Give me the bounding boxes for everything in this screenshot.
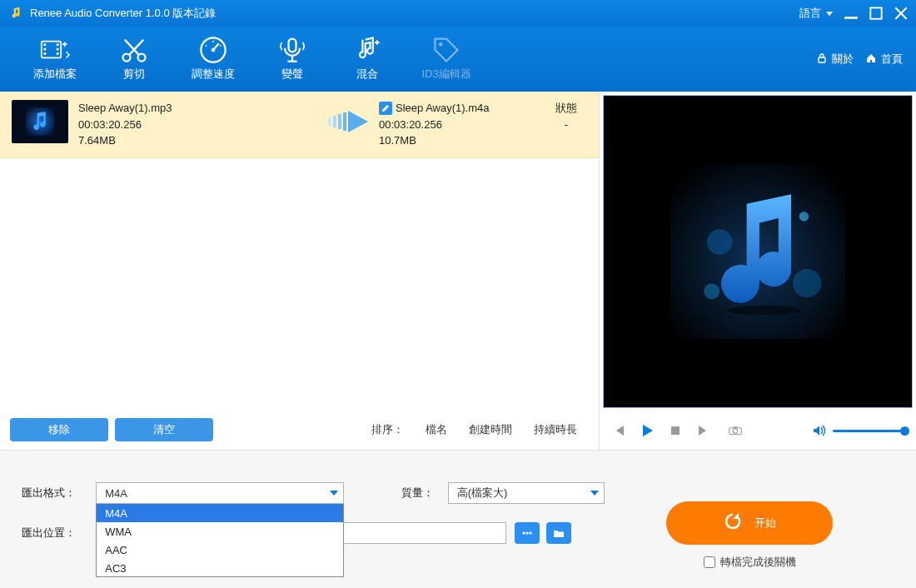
quality-value: 高(檔案大)	[457, 486, 508, 501]
start-button[interactable]: 开始	[666, 501, 833, 545]
next-track-button[interactable]	[696, 423, 711, 438]
home-icon	[865, 52, 877, 67]
preview-screen	[603, 95, 913, 408]
file-row[interactable]: Sleep Away(1).mp3 00:03:20.256 7.64MB Sl…	[0, 92, 599, 158]
svg-point-22	[707, 229, 733, 255]
shutdown-label: 轉檔完成後關機	[720, 555, 796, 570]
stop-button[interactable]	[668, 423, 683, 438]
svg-point-14	[439, 42, 443, 47]
input-duration: 00:03:20.256	[78, 117, 319, 133]
shutdown-input[interactable]	[704, 556, 715, 568]
format-value: M4A	[105, 487, 127, 500]
input-filename: Sleep Away(1).mp3	[78, 100, 319, 117]
volume-slider[interactable]	[833, 430, 904, 432]
status-header: 狀態	[545, 100, 587, 117]
shutdown-checkbox[interactable]: 轉檔完成後關機	[704, 555, 796, 570]
svg-point-26	[728, 306, 801, 315]
open-folder-button[interactable]	[546, 522, 571, 544]
svg-rect-30	[733, 426, 737, 428]
output-duration: 00:03:20.256	[379, 117, 545, 133]
snapshot-button[interactable]	[724, 423, 746, 438]
speed-button[interactable]: 調整速度	[172, 30, 255, 88]
svg-point-12	[212, 48, 216, 52]
svg-point-33	[529, 531, 531, 534]
arrow-icon	[319, 100, 379, 143]
cut-button[interactable]: 剪切	[97, 30, 172, 88]
svg-point-23	[793, 269, 821, 297]
language-menu[interactable]: 語言	[799, 6, 833, 21]
minimize-button[interactable]	[844, 7, 858, 20]
format-option[interactable]: WMA	[97, 522, 342, 541]
svg-point-10	[138, 54, 146, 62]
format-option[interactable]: AC3	[97, 559, 342, 577]
input-size: 7.64MB	[78, 132, 319, 149]
about-link[interactable]: 關於	[816, 52, 854, 67]
remove-button[interactable]: 移除	[10, 418, 108, 441]
volume-icon[interactable]	[811, 423, 826, 438]
chevron-down-icon	[330, 491, 338, 496]
gauge-icon	[198, 37, 228, 63]
home-label: 首頁	[881, 52, 903, 67]
cut-label: 剪切	[123, 67, 145, 82]
edit-output-icon[interactable]	[379, 102, 392, 115]
tag-icon	[431, 37, 461, 63]
sort-by-duration[interactable]: 持續時長	[534, 422, 577, 437]
svg-rect-1	[870, 7, 881, 18]
svg-rect-15	[819, 57, 825, 62]
svg-rect-17	[328, 117, 331, 126]
svg-rect-18	[333, 116, 336, 127]
id3-label: ID3編輯器	[421, 67, 470, 82]
format-select[interactable]: M4A	[96, 482, 343, 504]
svg-point-24	[704, 283, 719, 299]
window-title: Renee Audio Converter 1.0.0 版本記錄	[30, 6, 799, 21]
maximize-button[interactable]	[869, 7, 883, 20]
microphone-icon	[277, 37, 307, 63]
home-link[interactable]: 首頁	[865, 52, 903, 67]
svg-rect-3	[44, 43, 47, 46]
svg-rect-16	[26, 107, 54, 136]
quality-label: 質量：	[401, 486, 448, 501]
chevron-down-icon	[826, 12, 833, 16]
scissors-icon	[119, 37, 149, 63]
svg-point-31	[522, 531, 525, 534]
mix-button[interactable]: 混合	[330, 30, 405, 88]
svg-rect-7	[57, 47, 59, 50]
voice-label: 變聲	[281, 67, 303, 82]
svg-rect-4	[44, 47, 47, 50]
format-dropdown[interactable]: M4AWMAAACAC3	[96, 504, 343, 577]
sort-by-created[interactable]: 創建時間	[469, 422, 512, 437]
chevron-down-icon	[590, 491, 599, 496]
about-label: 關於	[832, 52, 854, 67]
id3-editor-button: ID3編輯器	[405, 30, 488, 88]
format-option[interactable]: AAC	[97, 541, 342, 559]
quality-select[interactable]: 高(檔案大)	[448, 482, 605, 504]
format-option[interactable]: M4A	[97, 504, 342, 522]
clear-button[interactable]: 清空	[115, 418, 213, 441]
svg-point-29	[733, 429, 737, 433]
output-size: 10.7MB	[379, 132, 545, 149]
prev-track-button[interactable]	[611, 423, 626, 438]
start-label: 开始	[754, 516, 776, 531]
format-label: 匯出格式：	[22, 486, 96, 501]
location-label: 匯出位置：	[22, 526, 97, 541]
sort-label: 排序：	[371, 422, 404, 437]
svg-rect-13	[289, 39, 296, 52]
svg-rect-6	[57, 43, 59, 46]
refresh-icon	[723, 511, 743, 534]
svg-point-9	[123, 54, 131, 62]
film-add-icon	[40, 37, 70, 63]
svg-rect-19	[338, 114, 341, 129]
voice-change-button[interactable]: 變聲	[255, 30, 330, 88]
svg-rect-5	[44, 52, 47, 55]
file-thumbnail	[12, 100, 68, 143]
add-files-label: 添加檔案	[33, 67, 77, 82]
svg-rect-27	[671, 426, 680, 435]
close-button[interactable]	[894, 7, 908, 20]
add-files-button[interactable]: 添加檔案	[13, 30, 97, 88]
play-button[interactable]	[640, 423, 655, 438]
status-value: -	[545, 117, 587, 133]
mix-label: 混合	[356, 67, 378, 82]
browse-button[interactable]	[515, 522, 540, 544]
output-filename: Sleep Away(1).m4a	[396, 100, 490, 117]
sort-by-name[interactable]: 檔名	[426, 422, 447, 437]
